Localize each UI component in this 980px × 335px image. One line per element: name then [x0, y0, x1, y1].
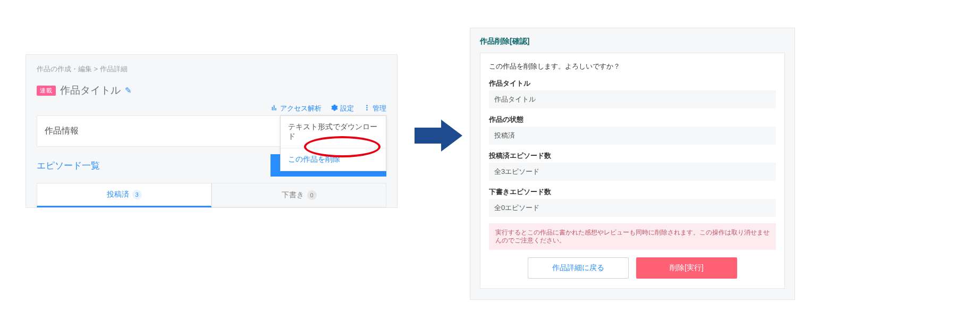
work-info-label: 作品情報 — [45, 126, 79, 135]
breadcrumb-root-link[interactable]: 作品の作成・編集 — [37, 65, 92, 73]
breadcrumb-sep: > — [92, 65, 100, 73]
field-posted-ep-value: 全3エピソード — [489, 163, 776, 181]
episode-tabs: 投稿済 3 下書き 0 — [37, 183, 386, 207]
field-draft-ep-label: 下書きエピソード数 — [489, 187, 776, 197]
svg-point-0 — [366, 105, 367, 106]
arrow-icon — [415, 120, 462, 152]
toolbar: アクセス解析 設定 管理 — [37, 104, 386, 113]
warning-message: 実行するとこの作品に書かれた感想やレビューも同時に削除されます。この操作は取り消… — [489, 223, 776, 250]
manage-link[interactable]: 管理 — [364, 104, 386, 113]
tab-draft[interactable]: 下書き 0 — [212, 183, 386, 207]
work-title: 作品タイトル — [60, 83, 121, 97]
tab-draft-count: 0 — [307, 190, 317, 200]
kebab-icon — [364, 104, 370, 113]
confirm-buttons: 作品詳細に戻る 削除[実行] — [489, 257, 776, 279]
tab-posted[interactable]: 投稿済 3 — [37, 183, 212, 207]
manage-label: 管理 — [373, 104, 386, 113]
settings-link[interactable]: 設定 — [331, 104, 354, 113]
tab-posted-count: 3 — [132, 190, 142, 199]
pencil-icon[interactable]: ✎ — [125, 86, 132, 95]
tab-posted-label: 投稿済 — [107, 190, 129, 199]
breadcrumb: 作品の作成・編集 > 作品詳細 — [37, 64, 386, 74]
serial-badge: 連載 — [37, 86, 56, 96]
episode-heading: エピソード一覧 — [37, 160, 100, 172]
manage-dropdown: テキスト形式でダウンロード この作品を削除 — [280, 115, 386, 171]
breadcrumb-current: 作品詳細 — [100, 65, 128, 73]
svg-point-2 — [366, 109, 367, 110]
analytics-icon — [271, 104, 278, 113]
svg-point-1 — [366, 107, 367, 108]
settings-label: 設定 — [340, 104, 354, 113]
delete-execute-button[interactable]: 削除[実行] — [636, 257, 737, 279]
confirm-title: 作品削除[確認] — [480, 37, 785, 46]
field-state-value: 投稿済 — [489, 127, 776, 145]
back-button[interactable]: 作品詳細に戻る — [528, 257, 629, 279]
field-state-label: 作品の状態 — [489, 115, 776, 124]
work-info-card: 作品情報 テキスト形式でダウンロード この作品を削除 — [37, 115, 386, 147]
dropdown-download[interactable]: テキスト形式でダウンロード — [281, 116, 386, 148]
analytics-label: アクセス解析 — [280, 104, 322, 113]
dropdown-delete[interactable]: この作品を削除 — [281, 148, 386, 171]
tab-draft-label: 下書き — [282, 190, 304, 200]
title-row: 連載 作品タイトル ✎ — [37, 83, 386, 97]
confirm-message: この作品を削除します。よろしいですか？ — [489, 62, 776, 71]
field-title-label: 作品タイトル — [489, 79, 776, 88]
work-detail-panel: 作品の作成・編集 > 作品詳細 連載 作品タイトル ✎ アクセス解析 設定 管理… — [26, 54, 398, 208]
field-posted-ep-label: 投稿済エピソード数 — [489, 151, 776, 161]
confirm-card: この作品を削除します。よろしいですか？ 作品タイトル 作品タイトル 作品の状態 … — [480, 53, 785, 289]
field-title-value: 作品タイトル — [489, 90, 776, 108]
field-draft-ep-value: 全0エピソード — [489, 199, 776, 217]
analytics-link[interactable]: アクセス解析 — [271, 104, 322, 113]
gear-icon — [331, 104, 338, 113]
delete-confirm-panel: 作品削除[確認] この作品を削除します。よろしいですか？ 作品タイトル 作品タイ… — [470, 28, 795, 300]
